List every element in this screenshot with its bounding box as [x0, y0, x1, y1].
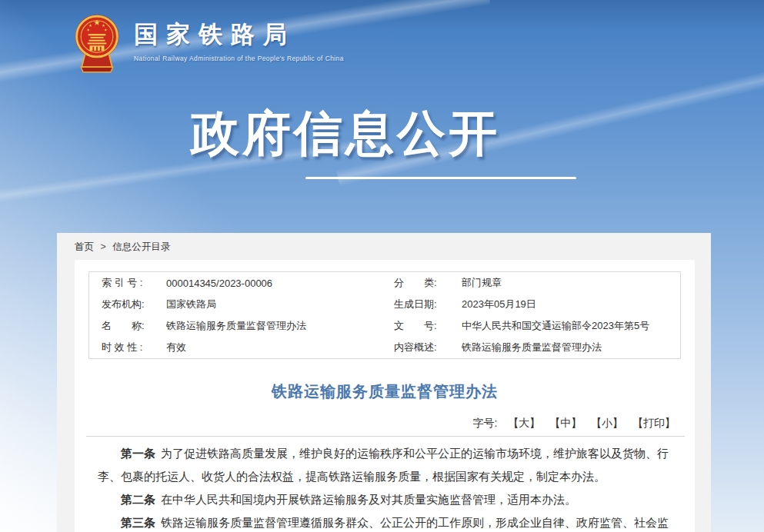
article-clause-1: 第一条	[121, 447, 155, 460]
meta-table: 索 引 号 : 000014345/2023-00006 分 类: 部门规章 发…	[88, 271, 681, 359]
meta-value-summary: 铁路运输服务质量监督管理办法	[462, 337, 680, 358]
site-logo-link[interactable]: 国家铁路局 National Railway Administration of…	[71, 12, 344, 74]
meta-value-index-number: 000014345/2023-00006	[166, 272, 382, 294]
meta-label-issue-date: 生成日期:	[382, 294, 462, 315]
national-emblem-icon	[71, 12, 123, 74]
meta-label-doc-number: 文 号:	[382, 315, 462, 337]
banner-title: 政府信息公开	[191, 101, 500, 167]
breadcrumb-home-link[interactable]: 首页	[75, 241, 94, 252]
article-body: 第一条为了促进铁路高质量发展，维护良好的运输秩序和公平公正的运输市场环境，维护旅…	[98, 442, 675, 532]
site-name-english: National Railway Administration of the P…	[134, 55, 344, 62]
meta-label-summary: 内容概述:	[382, 337, 462, 358]
content-panel: 首页 > 信息公开目录 索 引 号 : 000014345/2023-00006…	[57, 233, 711, 532]
print-button[interactable]: 【打印】	[632, 417, 676, 429]
meta-value-doc-number: 中华人民共和国交通运输部令2023年第5号	[462, 315, 680, 337]
meta-label-issuing-agency: 发布机构:	[89, 294, 166, 315]
meta-label-validity: 时 效 性 :	[89, 337, 166, 358]
page: 国家铁路局 National Railway Administration of…	[0, 0, 764, 532]
font-size-small-button[interactable]: 【小】	[591, 417, 623, 429]
article-paragraph-3: 第三条铁路运输服务质量监督管理遵循服务群众、公正公开的工作原则，形成企业自律、政…	[98, 511, 675, 532]
breadcrumb: 首页 > 信息公开目录	[75, 241, 170, 254]
meta-value-issue-date: 2023年05月19日	[462, 294, 680, 315]
article-paragraph-2: 第二条在中华人民共和国境内开展铁路运输服务及对其质量实施监督管理，适用本办法。	[98, 488, 675, 511]
article-clause-3: 第三条	[121, 516, 155, 529]
banner-title-underline	[305, 177, 576, 179]
article-container: 索 引 号 : 000014345/2023-00006 分 类: 部门规章 发…	[75, 260, 695, 532]
breadcrumb-current-link[interactable]: 信息公开目录	[112, 241, 170, 252]
meta-value-title: 铁路运输服务质量监督管理办法	[166, 315, 382, 337]
toolbar-divider	[86, 436, 685, 437]
site-name: 国家铁路局	[134, 18, 344, 51]
font-size-label: 字号:	[473, 417, 498, 429]
meta-value-issuing-agency: 国家铁路局	[166, 294, 382, 315]
meta-value-category: 部门规章	[462, 272, 680, 294]
font-size-toolbar: 字号: 【大】 【中】 【小】 【打印】	[473, 417, 676, 431]
article-title: 铁路运输服务质量监督管理办法	[75, 381, 695, 402]
article-paragraph-1-text: 为了促进铁路高质量发展，维护良好的运输秩序和公平公正的运输市场环境，维护旅客以及…	[98, 447, 669, 483]
font-size-large-button[interactable]: 【大】	[508, 417, 540, 429]
meta-label-index-number: 索 引 号 :	[89, 272, 166, 294]
article-paragraph-1: 第一条为了促进铁路高质量发展，维护良好的运输秩序和公平公正的运输市场环境，维护旅…	[98, 442, 675, 488]
font-size-medium-button[interactable]: 【中】	[549, 417, 582, 429]
article-paragraph-3-text: 铁路运输服务质量监督管理遵循服务群众、公正公开的工作原则，形成企业自律、政府监管…	[98, 516, 669, 532]
meta-label-title: 名 称:	[89, 315, 166, 337]
article-clause-2: 第二条	[121, 493, 155, 506]
meta-label-category: 分 类:	[382, 272, 462, 294]
article-paragraph-2-text: 在中华人民共和国境内开展铁路运输服务及对其质量实施监督管理，适用本办法。	[161, 493, 576, 506]
breadcrumb-separator: >	[100, 241, 105, 252]
meta-value-validity: 有效	[166, 337, 382, 358]
